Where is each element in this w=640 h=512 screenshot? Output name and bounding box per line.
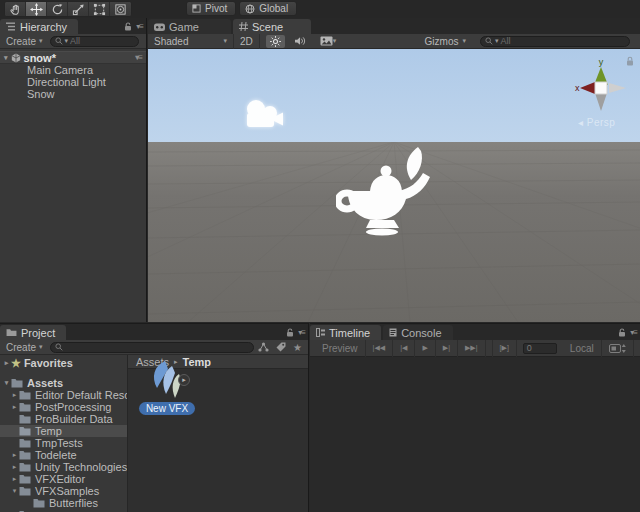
hierarchy-item-directional-light[interactable]: Directional Light [0,76,146,88]
folder-row[interactable]: ▸ Unity Technologies [0,461,127,473]
transform-tool-button[interactable] [110,2,131,16]
frame-number-input[interactable]: 0 [523,343,557,354]
2d-toggle-button[interactable]: 2D [234,34,260,49]
image-icon [320,36,333,46]
folder-row[interactable]: ▸ Todelete [0,449,127,461]
timeline-options-button[interactable] [601,340,634,357]
hierarchy-item-snow[interactable]: Snow [0,88,146,100]
scene-viewport[interactable]: y x ◂ Persp [148,49,640,322]
folder-row[interactable]: ▸ PostProcessing [0,401,127,413]
project-panel-controls: ▾≡ [286,328,305,337]
game-tab-label: Game [169,21,199,33]
pivot-global-group: Pivot Global [186,1,297,16]
orientation-gizmo[interactable]: y x [572,57,630,117]
scene-header-row[interactable]: ▾ snow* ▾≡ [0,51,146,64]
tab-console[interactable]: Console [383,325,452,340]
chevron-down-icon: ▾ [462,37,466,45]
play-button[interactable]: ▶ [415,340,435,357]
folder-row-selected[interactable]: Temp [0,425,127,437]
expand-arrow-icon: ▸ [10,391,19,399]
item-label: Snow [27,88,55,100]
hierarchy-search-input[interactable]: ▾ All [50,36,139,47]
projection-mode-button[interactable]: ◂ Persp [578,117,615,128]
create-label: Create [6,36,36,47]
tab-timeline[interactable]: Timeline [310,325,381,340]
scene-menu-icon[interactable]: ▾≡ [135,53,142,62]
scene-search-input[interactable]: ▾ All [480,36,630,47]
project-panel: Project ▾≡ Create ▾ [0,323,309,512]
tab-scene[interactable]: Scene [233,19,311,34]
rotate-tool-button[interactable] [47,2,68,16]
tab-game[interactable]: Game [148,19,231,34]
gizmo-center-cube[interactable] [595,82,607,94]
gizmos-dropdown[interactable]: Gizmos ▾ [419,34,472,49]
play-range-button[interactable]: [▶] [492,340,517,357]
project-search-input[interactable] [50,342,255,353]
time-reference-dropdown[interactable]: Local [563,340,601,357]
next-frame-button[interactable]: ▶| [436,340,458,357]
folder-icon [19,450,31,460]
asset-new-vfx[interactable]: ▸ New VFX [136,360,198,415]
camera-gizmo-icon[interactable] [242,99,284,133]
lock-icon[interactable] [286,328,294,337]
favorites-row[interactable]: ▸ ★ Favorites [0,357,127,369]
search-by-type-icon[interactable] [258,342,269,352]
project-asset-grid: Assets ▸ Temp ▸ New VFX [128,355,308,512]
folder-row-assets[interactable]: ▾ Assets [0,377,127,389]
hierarchy-create-button[interactable]: Create ▾ [3,36,46,47]
pivot-toggle-button[interactable]: Pivot [186,1,236,16]
axis-neg-y-cone[interactable] [595,93,607,111]
folder-row[interactable]: Butterflies [0,497,127,509]
preview-button[interactable]: Preview [315,340,366,357]
project-create-button[interactable]: Create ▾ [3,342,46,353]
vfx-lamp-gizmo-icon[interactable] [336,147,434,238]
panel-menu-icon[interactable]: ▾≡ [298,328,305,337]
folder-row[interactable]: ▾ VFXSamples [0,485,127,497]
folder-row[interactable]: ▸ Editor Default Resour [0,389,127,401]
tab-hierarchy[interactable]: Hierarchy [0,19,78,34]
goto-end-button[interactable]: ▶▶| [458,340,486,357]
folder-row[interactable]: ▸ VFXEditor [0,473,127,485]
axis-x-cone[interactable] [580,82,595,94]
tab-project[interactable]: Project [0,325,66,340]
move-tool-button[interactable] [26,2,47,16]
expand-arrow-icon: ▸ [10,403,19,411]
folder-label: Unity Technologies [35,461,127,473]
prev-frame-button[interactable]: |◀ [393,340,415,357]
rect-tool-button[interactable] [89,2,110,16]
panel-menu-icon[interactable]: ▾≡ [630,328,637,337]
panel-menu-icon[interactable]: ▾≡ [136,22,143,31]
saved-search-star-icon[interactable]: ★ [293,342,302,353]
2d-label: 2D [240,36,253,47]
global-toggle-button[interactable]: Global [239,1,297,16]
timeline-tab-label: Timeline [329,327,370,339]
project-toolbar: Create ▾ ★ [0,340,308,355]
viewport-lock-icon[interactable] [626,56,634,66]
effects-dropdown-button[interactable]: ▾ [316,35,341,48]
preview-label: Preview [322,343,358,354]
folder-label: ProBuilder Data [35,413,113,425]
main-toolbar: Pivot Global [0,0,640,18]
lock-icon[interactable] [618,328,626,337]
asset-expand-icon[interactable]: ▸ [178,374,190,386]
axis-z-cone[interactable] [609,83,626,93]
gamepad-icon [154,23,165,31]
folder-row[interactable]: TmpTests [0,437,127,449]
timeline-content[interactable] [310,357,640,512]
hand-tool-button[interactable] [5,2,26,16]
audio-toggle-button[interactable] [291,35,310,48]
folder-row[interactable]: ProBuilder Data [0,413,127,425]
pivot-icon [192,4,201,13]
item-label: Main Camera [27,64,93,76]
globe-icon [245,4,255,14]
folder-icon [19,402,31,412]
lighting-toggle-button[interactable] [266,35,285,48]
folder-label: Editor Default Resour [35,389,127,401]
folder-label: VFXSamples [35,485,99,497]
search-by-label-icon[interactable] [276,342,286,352]
lock-icon[interactable] [124,22,132,31]
goto-start-button[interactable]: |◀◀ [366,340,394,357]
draw-mode-dropdown[interactable]: Shaded ▾ [148,34,234,49]
hierarchy-item-main-camera[interactable]: Main Camera [0,64,146,76]
scale-tool-button[interactable] [68,2,89,16]
